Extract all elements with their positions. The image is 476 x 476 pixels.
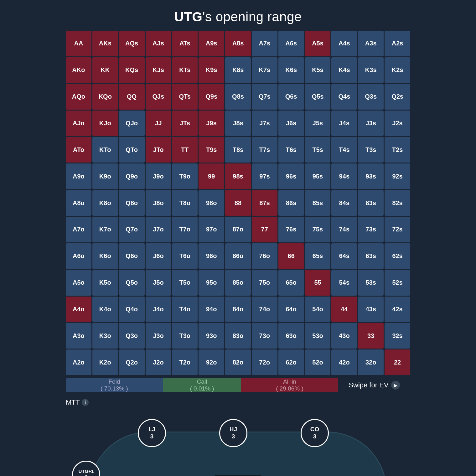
hand-cell-q8s[interactable]: Q8s	[225, 84, 251, 110]
hand-cell-98s[interactable]: 98s	[225, 163, 251, 189]
hand-cell-q2s[interactable]: Q2s	[385, 84, 410, 110]
hand-cell-k9s[interactable]: K9s	[199, 57, 224, 83]
hand-cell-94o[interactable]: 94o	[199, 297, 224, 322]
hand-cell-kts[interactable]: KTs	[172, 57, 198, 83]
hand-cell-k3s[interactable]: K3s	[358, 57, 384, 83]
hand-cell-qts[interactable]: QTs	[172, 84, 198, 110]
hand-cell-77[interactable]: 77	[252, 217, 277, 242]
hand-cell-k7s[interactable]: K7s	[252, 57, 277, 83]
hand-cell-52s[interactable]: 52s	[385, 270, 410, 296]
hand-cell-q9o[interactable]: Q9o	[119, 163, 145, 189]
hand-cell-t4s[interactable]: T4s	[331, 137, 357, 163]
hand-cell-32o[interactable]: 32o	[358, 349, 384, 375]
hand-cell-t6s[interactable]: T6s	[278, 137, 304, 163]
hand-cell-88[interactable]: 88	[225, 190, 251, 216]
hand-cell-a8o[interactable]: A8o	[66, 190, 91, 216]
hand-cell-t5o[interactable]: T5o	[172, 270, 198, 296]
hand-cell-q9s[interactable]: Q9s	[199, 84, 224, 110]
hand-cell-q5o[interactable]: Q5o	[119, 270, 145, 296]
legend-call[interactable]: Call ( 0.01% )	[163, 378, 241, 392]
hand-cell-a5s[interactable]: A5s	[305, 31, 331, 56]
hand-cell-65o[interactable]: 65o	[278, 270, 304, 296]
hand-cell-98o[interactable]: 98o	[199, 190, 224, 216]
hand-cell-t6o[interactable]: T6o	[172, 243, 198, 269]
hand-cell-aa[interactable]: AA	[66, 31, 91, 56]
hand-cell-53o[interactable]: 53o	[305, 323, 331, 349]
seat-circle-utg1[interactable]: UTG+1 3	[72, 461, 100, 476]
hand-cell-a4s[interactable]: A4s	[331, 31, 357, 56]
hand-cell-k2s[interactable]: K2s	[385, 57, 410, 83]
hand-cell-t7o[interactable]: T7o	[172, 217, 198, 242]
hand-cell-q8o[interactable]: Q8o	[119, 190, 145, 216]
hand-cell-j5s[interactable]: J5s	[305, 111, 331, 136]
hand-cell-k8o[interactable]: K8o	[92, 190, 118, 216]
hand-cell-t3o[interactable]: T3o	[172, 323, 198, 349]
hand-cell-74o[interactable]: 74o	[252, 297, 277, 322]
hand-cell-65s[interactable]: 65s	[305, 243, 331, 269]
hand-cell-33[interactable]: 33	[358, 323, 384, 349]
hand-cell-64s[interactable]: 64s	[331, 243, 357, 269]
hand-cell-j5o[interactable]: J5o	[146, 270, 171, 296]
hand-cell-q7o[interactable]: Q7o	[119, 217, 145, 242]
hand-cell-a7s[interactable]: A7s	[252, 31, 277, 56]
hand-cell-93s[interactable]: 93s	[358, 163, 384, 189]
hand-cell-66[interactable]: 66	[278, 243, 304, 269]
hand-cell-ajo[interactable]: AJo	[66, 111, 91, 136]
hand-cell-t3s[interactable]: T3s	[358, 137, 384, 163]
hand-cell-jj[interactable]: JJ	[146, 111, 171, 136]
hand-cell-kqs[interactable]: KQs	[119, 57, 145, 83]
hand-cell-94s[interactable]: 94s	[331, 163, 357, 189]
hand-cell-qq[interactable]: QQ	[119, 84, 145, 110]
hand-cell-aqo[interactable]: AQo	[66, 84, 91, 110]
hand-cell-j7o[interactable]: J7o	[146, 217, 171, 242]
hand-cell-32s[interactable]: 32s	[385, 323, 410, 349]
hand-cell-85s[interactable]: 85s	[305, 190, 331, 216]
hand-cell-t2s[interactable]: T2s	[385, 137, 410, 163]
hand-cell-j2s[interactable]: J2s	[385, 111, 410, 136]
swipe-ev-button[interactable]: Swipe for EV ▶	[338, 378, 410, 392]
hand-cell-k8s[interactable]: K8s	[225, 57, 251, 83]
hand-cell-t4o[interactable]: T4o	[172, 297, 198, 322]
hand-cell-j2o[interactable]: J2o	[146, 349, 171, 375]
hand-cell-a3s[interactable]: A3s	[358, 31, 384, 56]
hand-cell-72s[interactable]: 72s	[385, 217, 410, 242]
hand-cell-qto[interactable]: QTo	[119, 137, 145, 163]
hand-cell-ako[interactable]: AKo	[66, 57, 91, 83]
hand-cell-74s[interactable]: 74s	[331, 217, 357, 242]
hand-cell-96o[interactable]: 96o	[199, 243, 224, 269]
hand-cell-q5s[interactable]: Q5s	[305, 84, 331, 110]
hand-cell-97s[interactable]: 97s	[252, 163, 277, 189]
hand-cell-73o[interactable]: 73o	[252, 323, 277, 349]
hand-cell-k7o[interactable]: K7o	[92, 217, 118, 242]
hand-cell-ats[interactable]: ATs	[172, 31, 198, 56]
hand-cell-42o[interactable]: 42o	[331, 349, 357, 375]
legend-allin[interactable]: All-in ( 29.86% )	[241, 378, 338, 392]
hand-cell-q6o[interactable]: Q6o	[119, 243, 145, 269]
hand-cell-75s[interactable]: 75s	[305, 217, 331, 242]
seat-circle-hj[interactable]: HJ 3	[219, 419, 247, 447]
hand-cell-t9o[interactable]: T9o	[172, 163, 198, 189]
hand-cell-t8s[interactable]: T8s	[225, 137, 251, 163]
hand-cell-97o[interactable]: 97o	[199, 217, 224, 242]
hand-cell-62s[interactable]: 62s	[385, 243, 410, 269]
hand-cell-a6o[interactable]: A6o	[66, 243, 91, 269]
hand-cell-ajs[interactable]: AJs	[146, 31, 171, 56]
hand-cell-62o[interactable]: 62o	[278, 349, 304, 375]
hand-cell-k9o[interactable]: K9o	[92, 163, 118, 189]
hand-cell-kqo[interactable]: KQo	[92, 84, 118, 110]
hand-cell-72o[interactable]: 72o	[252, 349, 277, 375]
hand-cell-t2o[interactable]: T2o	[172, 349, 198, 375]
hand-cell-a3o[interactable]: A3o	[66, 323, 91, 349]
hand-cell-j3s[interactable]: J3s	[358, 111, 384, 136]
hand-cell-t5s[interactable]: T5s	[305, 137, 331, 163]
hand-cell-82s[interactable]: 82s	[385, 190, 410, 216]
hand-cell-k5s[interactable]: K5s	[305, 57, 331, 83]
hand-cell-ato[interactable]: ATo	[66, 137, 91, 163]
hand-cell-q2o[interactable]: Q2o	[119, 349, 145, 375]
hand-cell-jts[interactable]: JTs	[172, 111, 198, 136]
hand-cell-83o[interactable]: 83o	[225, 323, 251, 349]
hand-cell-kk[interactable]: KK	[92, 57, 118, 83]
hand-cell-a4o[interactable]: A4o	[66, 297, 91, 322]
hand-cell-t7s[interactable]: T7s	[252, 137, 277, 163]
hand-cell-j3o[interactable]: J3o	[146, 323, 171, 349]
